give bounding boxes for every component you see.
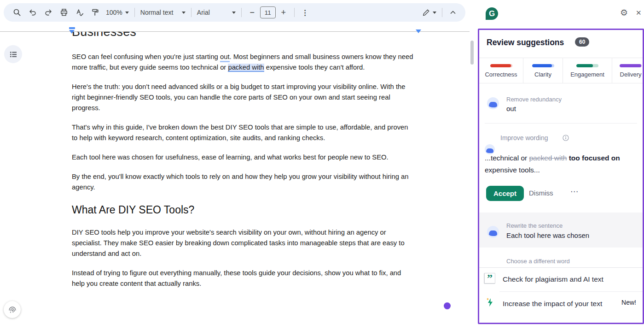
tab-label: Engagement xyxy=(570,71,604,78)
outline-list-icon xyxy=(9,50,18,59)
more-vertical-icon: ⋮ xyxy=(302,8,309,17)
panel-footer: ” Check for plagiarism and AI text Incre… xyxy=(479,267,643,323)
tab-label: Delivery xyxy=(620,71,642,78)
first-line-indent-marker[interactable] xyxy=(69,27,75,29)
info-icon[interactable] xyxy=(563,135,569,143)
impact-button[interactable]: Increase the impact of your text xyxy=(503,298,609,309)
strike-text: packed with xyxy=(529,154,567,162)
lightning-bolt-icon xyxy=(485,297,495,310)
document-scrollbar-thumb[interactable] xyxy=(470,41,474,65)
paint-format-button[interactable] xyxy=(87,6,103,19)
suggestion-card-label: Improve wording xyxy=(500,134,548,142)
grammarly-panel: Review suggestions 60 CorrectnessClarity… xyxy=(478,29,644,324)
tab-progress-track xyxy=(532,64,554,67)
tab-progress-track xyxy=(576,64,598,67)
tab-progress-track xyxy=(490,64,512,67)
text-run: expensive tools... xyxy=(485,166,540,174)
minus-icon: − xyxy=(250,8,255,18)
document-paragraph: Each tool here was chosen for usefulness… xyxy=(72,152,415,163)
panel-content: Review suggestions 60 CorrectnessClarity… xyxy=(479,30,643,323)
underline-text[interactable]: out xyxy=(220,53,230,62)
gear-icon[interactable]: ⚙ xyxy=(620,8,628,17)
zoom-value: 100% xyxy=(106,9,122,16)
toolbar-divider xyxy=(442,8,442,17)
font-size-increase-button[interactable]: + xyxy=(276,6,291,19)
toolbar-divider xyxy=(294,8,295,17)
tab-delivery[interactable]: Delivery xyxy=(612,58,643,83)
text-run: By the end, you'll know exactly which to… xyxy=(72,173,409,191)
highlight-text[interactable]: packed with xyxy=(228,64,264,72)
panel-title: Review suggestions xyxy=(487,38,564,47)
paragraph-style-value: Normal text xyxy=(140,9,174,16)
right-indent-marker[interactable] xyxy=(416,30,421,33)
redo-button[interactable] xyxy=(41,6,56,19)
suggestion-card-label: Remove redundancy xyxy=(506,96,562,103)
tab-correctness[interactable]: Correctness xyxy=(479,58,523,83)
footer-divider xyxy=(499,291,643,292)
text-run: That's why in this guide, I've broken do… xyxy=(72,124,408,142)
suggestion-preview-text: ...technical or packed with too focused … xyxy=(485,152,631,176)
toolbar-divider xyxy=(191,8,191,17)
document-heading2: What Are DIY SEO Tools? xyxy=(72,203,415,217)
text-run: Each tool here was chosen for usefulness… xyxy=(72,154,389,161)
chevron-down-icon xyxy=(182,12,186,14)
zoom-select[interactable]: 100% xyxy=(103,6,132,19)
tab-label: Clarity xyxy=(534,71,551,78)
document-outline-button[interactable] xyxy=(4,45,22,63)
plagiarism-check-button[interactable]: Check for plagiarism and AI text xyxy=(503,275,603,284)
tab-progress-track xyxy=(620,64,642,67)
spell-check-icon xyxy=(75,8,84,17)
accept-button[interactable]: Accept xyxy=(486,186,524,201)
tab-progress-fill xyxy=(620,64,641,67)
undo-icon xyxy=(29,8,37,17)
paragraph-style-select[interactable]: Normal text xyxy=(138,6,188,19)
document-body[interactable]: SEO can feel confusing when you're just … xyxy=(72,52,415,298)
chevron-down-icon xyxy=(125,12,129,14)
more-options-button[interactable]: ⋮ xyxy=(297,6,313,19)
print-button[interactable] xyxy=(56,6,72,19)
grammarly-logo-letter: G xyxy=(489,9,495,18)
chevron-down-icon xyxy=(433,12,436,14)
document-paragraph: SEO can feel confusing when you're just … xyxy=(72,52,415,73)
document-paragraph: Here's the truth: you don't need advance… xyxy=(72,82,415,113)
hide-menus-button[interactable] xyxy=(445,6,461,19)
font-size-decrease-button[interactable]: − xyxy=(244,6,260,19)
suggestion-dot-icon xyxy=(487,97,499,109)
text-run: Here's the truth: you don't need advance… xyxy=(72,83,406,112)
font-value: Arial xyxy=(197,9,210,16)
text-run: DIY SEO tools help you improve your webs… xyxy=(72,229,405,257)
font-select[interactable]: Arial xyxy=(194,6,238,19)
new-badge: New! xyxy=(621,299,636,306)
more-options-icon[interactable]: ⋯ xyxy=(570,187,579,196)
paint-format-icon xyxy=(91,8,99,17)
tab-clarity[interactable]: Clarity xyxy=(523,58,563,83)
grammarly-voice-button[interactable] xyxy=(4,301,21,318)
suggestion-card-text[interactable]: out xyxy=(506,105,516,112)
tab-progress-fill xyxy=(490,64,511,67)
tab-progress-fill xyxy=(576,64,593,67)
chevron-down-icon xyxy=(232,12,236,14)
plus-icon: + xyxy=(281,8,286,18)
dismiss-button[interactable]: Dismiss xyxy=(529,189,553,197)
font-size-input[interactable]: 11 xyxy=(260,6,276,18)
suggestion-tabs: CorrectnessClarityEngagementDelivery xyxy=(479,58,643,83)
search-button[interactable] xyxy=(9,6,25,19)
tab-progress-fill xyxy=(532,64,552,67)
card-divider xyxy=(485,123,637,124)
suggestion-card-label: Rewrite the sentence xyxy=(506,222,563,229)
click-indicator-dot xyxy=(444,302,451,309)
text-run: SEO can feel confusing when you're just … xyxy=(72,53,220,60)
close-icon[interactable]: ✕ xyxy=(636,9,642,16)
toolbar-divider xyxy=(134,8,135,17)
spell-check-button[interactable] xyxy=(72,6,87,19)
text-run: ...technical or xyxy=(485,154,529,162)
tab-engagement[interactable]: Engagement xyxy=(563,58,612,83)
suggestion-card-label[interactable]: Choose a different word xyxy=(506,258,570,265)
undo-button[interactable] xyxy=(25,6,41,19)
editing-mode-select[interactable] xyxy=(419,6,439,19)
document-paragraph: DIY SEO tools help you improve your webs… xyxy=(72,227,415,259)
print-icon xyxy=(60,8,68,17)
heading-text: Businesses xyxy=(72,32,256,39)
suggestion-card-hover[interactable]: Rewrite the sentence Each tool here was … xyxy=(479,213,643,248)
suggestion-card-text: Each tool here was chosen xyxy=(506,231,589,239)
